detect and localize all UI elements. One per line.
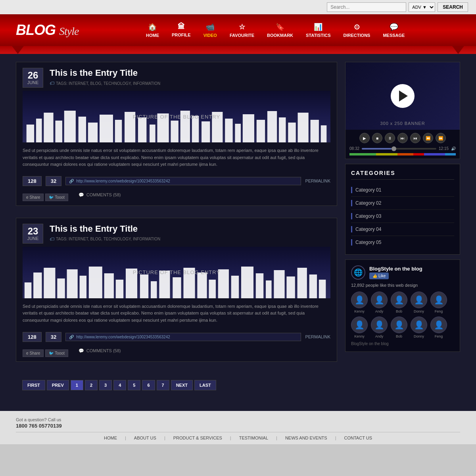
ffwd-ctrl[interactable]: ⏭: [397, 133, 408, 143]
nav-separator: |: [125, 436, 126, 440]
nav-item-favourite[interactable]: ☆FAVOURITE: [223, 19, 261, 42]
stop-ctrl[interactable]: ■: [372, 133, 382, 143]
pagination: FIRSTPREV1234567NEXTLAST: [16, 374, 337, 398]
rwd-ctrl[interactable]: ⏮: [410, 133, 420, 143]
avatars-row-1: 👤 Kenny 👤 Andy 👤 Bob 👤 Donny 👤 Feng: [351, 292, 454, 313]
last-page-btn[interactable]: LAST: [194, 380, 216, 390]
first-page-btn[interactable]: FIRST: [22, 380, 45, 390]
avatar-name: Kenny: [354, 334, 365, 338]
tweet-button[interactable]: 🐦 Tooot: [45, 194, 68, 201]
page-btn-1[interactable]: 1: [71, 380, 83, 390]
avatar-name: Andy: [375, 334, 384, 338]
footer-nav-item-product-&-services[interactable]: PRODUCT & SERVICES: [173, 436, 222, 440]
avatar-item-feng: 👤 Feng: [430, 292, 447, 313]
avatar-item-donny: 👤 Donny: [411, 292, 427, 313]
content-area: 26 JUNE This is the Entry Title 🏷 TAGS: …: [16, 62, 337, 403]
footer-nav-item-news-and-events[interactable]: NEWS AND EVENTS: [285, 436, 327, 440]
nav-item-directions[interactable]: ⊙DIRECTIONS: [337, 19, 377, 42]
entry-image-text: PICTURE OF THE BLOG ENTRY: [133, 269, 220, 275]
nav-item-video[interactable]: 📹VIDEO: [197, 19, 223, 42]
nav-label-home: HOME: [146, 33, 159, 38]
page-btn-2[interactable]: 2: [85, 380, 98, 390]
entry-month: JUNE: [27, 80, 39, 85]
page-btn-7[interactable]: 7: [157, 380, 169, 390]
next-page-btn[interactable]: NEXT: [171, 380, 193, 390]
entry-image: PICTURE OF THE BLOG ENTRY: [23, 91, 330, 142]
nav-item-statistics[interactable]: 📊STATISTICS: [299, 19, 337, 42]
page-btn-4[interactable]: 4: [113, 380, 126, 390]
next-ctrl[interactable]: ⏩: [436, 133, 446, 143]
svg-rect-28: [25, 282, 31, 298]
share-icon: e: [26, 351, 29, 355]
tweet-button[interactable]: 🐦 Tooot: [45, 349, 68, 357]
profile-icon: 🏛: [178, 23, 185, 31]
social-header: 🌐 BlogStyle on the blog 👍 Like: [351, 265, 454, 280]
comments-text[interactable]: COMMENTS (58): [86, 348, 121, 353]
svg-rect-22: [267, 111, 277, 142]
category-label: Category 04: [355, 226, 381, 232]
statistics-icon: 📊: [314, 23, 322, 31]
share-icon: e: [26, 195, 29, 200]
page-btn-3[interactable]: 3: [99, 380, 112, 390]
svg-rect-51: [286, 276, 295, 298]
footer-question: Got a question? Call us: [16, 417, 460, 422]
like-button[interactable]: 👍 Like: [369, 273, 389, 279]
comments-text[interactable]: COMMENTS (58): [86, 192, 121, 197]
share-button[interactable]: e Share: [23, 349, 44, 357]
footer-nav-item-contact-us[interactable]: CONTACT US: [344, 436, 372, 440]
play-button[interactable]: [391, 84, 415, 108]
prev-page-btn[interactable]: PREV: [47, 380, 69, 390]
category-item-3[interactable]: Category 04: [351, 223, 454, 236]
cat-indicator: [351, 239, 352, 246]
avatars-row-2: 👤 Kenny 👤 Andy 👤 Bob 👤 Donny 👤 Feng: [351, 317, 454, 338]
permalink-url: 🔗 http://www.leremy.com/webdesign/100234…: [65, 333, 301, 341]
category-item-2[interactable]: Category 03: [351, 210, 454, 223]
svg-rect-31: [57, 278, 65, 298]
entry-header: 23 JUNE This is the Entry Title 🏷 TAGS: …: [16, 218, 337, 247]
adv-select[interactable]: ADV ▼: [409, 2, 435, 12]
avatar-image: 👤: [351, 292, 368, 308]
search-button[interactable]: SEARCH: [438, 2, 468, 12]
footer-nav-item-about-us[interactable]: ABOUT US: [134, 436, 156, 440]
share-button[interactable]: e Share: [23, 194, 44, 201]
footer-nav-item-testimonial[interactable]: TESTIMONIAL: [239, 436, 268, 440]
progress-bar[interactable]: [362, 148, 436, 150]
nav-item-message[interactable]: 💬MESSAGE: [376, 19, 411, 42]
social-buttons: e Share 🐦 Tooot: [23, 194, 68, 201]
svg-rect-7: [100, 115, 113, 142]
category-item-0[interactable]: Category 01: [351, 184, 454, 197]
entry-header: 26 JUNE This is the Entry Title 🏷 TAGS: …: [16, 62, 337, 91]
svg-rect-26: [311, 120, 319, 142]
nav-item-home[interactable]: 🏠HOME: [140, 19, 165, 42]
play-ctrl[interactable]: ▶: [359, 133, 370, 143]
nav-item-bookmark[interactable]: 🔖BOOKMARK: [261, 19, 299, 42]
pause-ctrl[interactable]: ⏸: [385, 133, 395, 143]
prev-ctrl[interactable]: ⏪: [423, 133, 433, 143]
main-container: 26 JUNE This is the Entry Title 🏷 TAGS: …: [0, 54, 476, 411]
time-start: 08:32: [349, 146, 359, 151]
footer-nav-item-home[interactable]: HOME: [104, 436, 117, 440]
share-label: Share: [30, 195, 40, 200]
category-label: Category 02: [355, 200, 381, 206]
avatar-image: 👤: [411, 317, 427, 333]
entry-footer: 128 32 🔗 http://www.leremy.com/webdesign…: [16, 173, 337, 191]
page-btn-6[interactable]: 6: [142, 380, 155, 390]
avatar-image: 👤: [351, 317, 368, 333]
page-btn-5[interactable]: 5: [128, 380, 140, 390]
search-input[interactable]: [327, 2, 406, 12]
svg-rect-30: [44, 268, 55, 298]
thumbs-up-icon: 👍: [372, 274, 377, 278]
entry-image: PICTURE OF THE BLOG ENTRY: [23, 247, 330, 298]
permalink-link[interactable]: PERMALINK: [305, 334, 330, 339]
permalink-link[interactable]: PERMALINK: [305, 178, 330, 183]
nav-item-profile[interactable]: 🏛PROFILE: [165, 19, 197, 42]
nav-label-profile: PROFILE: [172, 33, 191, 37]
volume-icon[interactable]: 🔊: [451, 146, 456, 151]
directions-icon: ⊙: [354, 23, 360, 31]
logo: BLOG Style: [16, 22, 79, 38]
category-item-4[interactable]: Category 05: [351, 236, 454, 249]
svg-rect-24: [288, 123, 296, 142]
category-item-1[interactable]: Category 02: [351, 197, 454, 210]
comment-icon: 💬: [79, 348, 84, 353]
nav-label-directions: DIRECTIONS: [344, 33, 370, 38]
